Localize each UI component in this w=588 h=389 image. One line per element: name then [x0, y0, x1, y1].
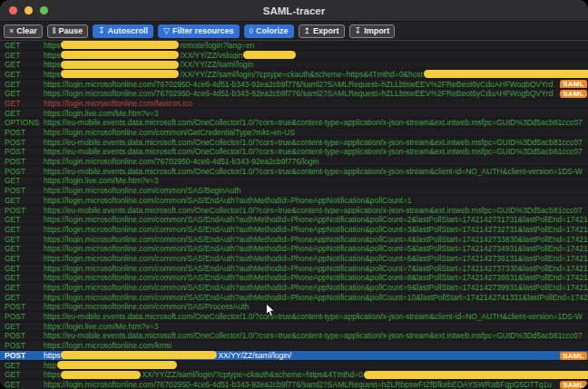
request-row[interactable]: POSThttps://eu-mobile.events.data.micros…: [0, 206, 588, 216]
url-text: https://login.microsoftonline.com/767029…: [44, 80, 553, 89]
request-row[interactable]: GEThttps://login.microsoftonline.com/com…: [0, 254, 588, 264]
colorize-button[interactable]: ◊Colorize: [244, 24, 294, 38]
request-url: https/XX/YY/ZZ/saml/login/?cptype=ckauth…: [44, 70, 588, 79]
request-row[interactable]: POSThttps://login.microsoftonline.com/co…: [0, 303, 588, 313]
request-row[interactable]: GEThttps://login.microsoftonline.com/com…: [0, 235, 588, 245]
request-url: https://eu-mobile.events.data.microsoft.…: [44, 167, 588, 176]
redaction-highlight: [364, 371, 588, 379]
request-url: https://login.microsoftonline.com/common…: [44, 215, 588, 224]
request-row[interactable]: GEThttps://login.microsoftonline.com/com…: [0, 264, 588, 274]
title-bar[interactable]: SAML-tracer: [0, 0, 588, 22]
export-icon: ↥: [304, 27, 311, 35]
request-method: GET: [0, 41, 44, 50]
url-text: https://login.live.com/Me.htm?v=3: [44, 109, 158, 118]
request-method: POST: [0, 312, 44, 321]
request-method: POST: [0, 186, 44, 195]
request-row[interactable]: POSThttps://login.microsoftonline.com/co…: [0, 128, 588, 138]
import-icon: ↧: [355, 27, 362, 35]
request-row[interactable]: POSThttps://eu-mobile.events.data.micros…: [0, 138, 588, 148]
request-row[interactable]: GEThttps://login.microsoftonline.com/com…: [0, 196, 588, 206]
request-url: https/XX/YY/ZZ/saml/login: [44, 60, 588, 69]
request-row[interactable]: GEThttpsremote/login?lang=en: [0, 41, 588, 51]
url-text: /XX/YY/ZZ/saml/login: [180, 60, 253, 69]
request-row[interactable]: GEThttps://login.microsoftonline.com/com…: [0, 244, 588, 254]
colorize-label: Colorize: [256, 27, 289, 35]
request-row[interactable]: GEThttps://login.microsoftonline.com/767…: [0, 380, 588, 389]
export-button[interactable]: ↥Export: [299, 24, 345, 38]
redaction-highlight: [57, 361, 177, 369]
request-row[interactable]: OPTIONShttps://eu-mobile.events.data.mic…: [0, 119, 588, 129]
request-row[interactable]: POSThttps://eu-mobile.events.data.micros…: [0, 312, 588, 322]
url-text: http: [44, 361, 56, 370]
request-row[interactable]: POSThttpsXX/YY/ZZ/saml/login/SAML: [0, 351, 588, 361]
request-url: https://login.microsoftonline.com/kmsi: [44, 341, 588, 350]
request-row[interactable]: GEThttps://login.microsoftonline.com/767…: [0, 80, 588, 90]
redaction-highlight: [61, 61, 179, 69]
url-text: https://login.microsoftonline.com/common…: [44, 274, 588, 283]
request-url: https/XX/YY/ZZ/vslogin: [44, 51, 588, 60]
request-row[interactable]: POSThttps://eu-mobile.events.data.micros…: [0, 148, 588, 158]
request-method: POST: [0, 128, 44, 137]
pause-button[interactable]: ‖Pause: [47, 24, 88, 38]
close-button[interactable]: [9, 6, 17, 15]
request-row[interactable]: POSThttps://login.microsoftonline.com/km…: [0, 341, 588, 351]
saml-tracer-window: SAML-tracer ×Clear‖Pause↧Autoscroll▽Filt…: [0, 0, 588, 389]
url-text: https: [44, 70, 60, 79]
request-url: https://login.microsoftonline.com/common…: [44, 225, 588, 234]
url-text: https://eu-mobile.events.data.microsoft.…: [44, 119, 583, 128]
zoom-button[interactable]: [40, 6, 48, 15]
request-row[interactable]: GEThttps/XX/YY/ZZ/vslogin: [0, 51, 588, 61]
request-url: https://eu-mobile.events.data.microsoft.…: [44, 119, 588, 128]
redaction-highlight: [61, 51, 179, 59]
redaction-highlight: [61, 371, 141, 379]
url-text: https://login.microsoftonline.com/common…: [44, 283, 588, 292]
request-method: POST: [0, 303, 44, 312]
request-method: GET: [0, 196, 44, 205]
request-row[interactable]: GEThttps/XX/YY/ZZ/saml/login/?cptype=cka…: [0, 70, 588, 80]
clear-button[interactable]: ×Clear: [4, 24, 43, 38]
request-method: GET: [0, 60, 44, 69]
url-text: https://login.microsoftonline.com/kmsi: [44, 341, 172, 350]
request-url: https://login.microsoftonline.com/common…: [44, 244, 588, 253]
request-row[interactable]: GEThttps://login.live.com/Me.htm?v=3: [0, 109, 588, 119]
request-row[interactable]: POSThttps://login.microsoftonline.com/76…: [0, 157, 588, 167]
request-method: GET: [0, 264, 44, 273]
request-row[interactable]: GEThttps://login.microsoftonline.com/com…: [0, 215, 588, 225]
request-row[interactable]: GEThttps://login.microsoftonline.com/fav…: [0, 99, 588, 109]
url-text: https: [44, 41, 60, 50]
request-url: https://login.live.com/Me.htm?v=3: [44, 322, 588, 331]
url-text: https://login.microsoftonline.com/common…: [44, 254, 588, 263]
request-row[interactable]: POSThttps://eu-mobile.events.data.micros…: [0, 167, 588, 177]
request-method: GET: [0, 370, 44, 379]
request-row[interactable]: GEThttps://login.live.com/Me.htm?v=3: [0, 322, 588, 332]
request-row[interactable]: POSThttps://login.microsoftonline.com/co…: [0, 186, 588, 196]
request-row[interactable]: GEThttps://login.microsoftonline.com/com…: [0, 283, 588, 293]
request-row[interactable]: GEThttps://login.microsoftonline.com/com…: [0, 225, 588, 235]
request-row[interactable]: POSThttps://eu-mobile.events.data.micros…: [0, 332, 588, 342]
request-row[interactable]: GEThttp: [0, 361, 588, 371]
request-list[interactable]: GEThttpsremote/login?lang=enGEThttps/XX/…: [0, 41, 588, 389]
minimize-button[interactable]: [24, 6, 33, 15]
pause-icon: ‖: [53, 27, 56, 35]
autoscroll-button[interactable]: ↧Autoscroll: [93, 24, 153, 38]
request-row[interactable]: GEThttps://login.live.com/Me.htm?v=3: [0, 177, 588, 187]
request-url: httpsXX/YY/ZZ/saml/login/: [44, 351, 588, 360]
toolbar: ×Clear‖Pause↧Autoscroll▽Filter resources…: [0, 22, 588, 41]
request-row[interactable]: GEThttps/XX/YY/ZZ/saml/login: [0, 60, 588, 70]
request-method: GET: [0, 215, 44, 224]
filter-resources-button[interactable]: ▽Filter resources: [158, 24, 239, 38]
url-text: https://login.microsoftonline.com/767029…: [44, 89, 553, 98]
request-method: POST: [0, 332, 44, 341]
request-row[interactable]: GEThttpsXX/YY/ZZ/saml/login/?cptype=ckau…: [0, 370, 588, 380]
import-button[interactable]: ↧Import: [349, 24, 396, 38]
request-method: GET: [0, 293, 44, 302]
request-url: https://eu-mobile.events.data.microsoft.…: [44, 148, 588, 157]
request-url: https://eu-mobile.events.data.microsoft.…: [44, 206, 588, 215]
url-text: https://login.microsoftonline.com/common…: [44, 225, 588, 234]
request-row[interactable]: GEThttps://login.microsoftonline.com/com…: [0, 293, 588, 303]
url-text: https://eu-mobile.events.data.microsoft.…: [44, 167, 583, 176]
request-row[interactable]: GEThttps://login.microsoftonline.com/com…: [0, 274, 588, 284]
autoscroll-label: Autoscroll: [108, 27, 149, 35]
request-method: GET: [0, 80, 44, 89]
request-row[interactable]: GEThttps://login.microsoftonline.com/767…: [0, 89, 588, 99]
